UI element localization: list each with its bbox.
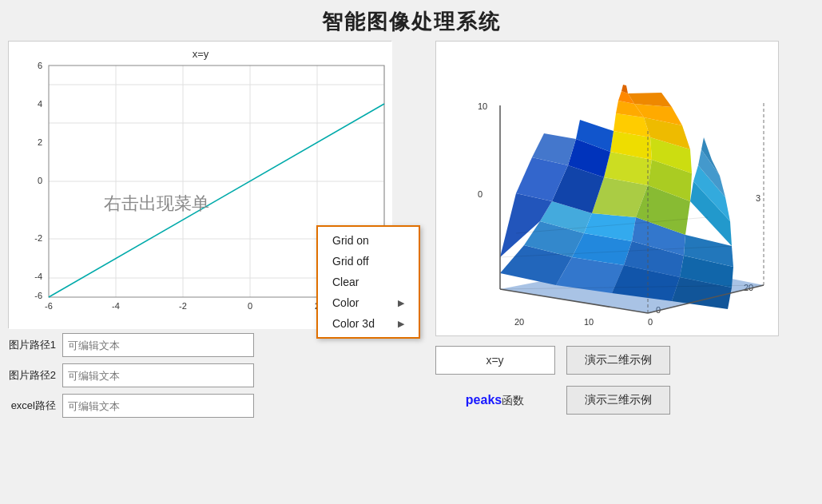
svg-text:10: 10 bbox=[584, 317, 594, 327]
menu-item-grid-on[interactable]: Grid on bbox=[318, 230, 419, 251]
field-input-2[interactable] bbox=[62, 363, 254, 387]
demo-row-2d: 演示二维示例 bbox=[435, 346, 779, 375]
field-row-2: 图片路径2 bbox=[8, 363, 391, 387]
color-3d-arrow-icon: ▶ bbox=[398, 319, 404, 329]
left-panel: -6 -4 -2 0 2 4 6 4 2 0 -2 -4 -6 x=y bbox=[8, 41, 391, 418]
right-panel: 10 0 20 10 0 3 0 10 20 bbox=[399, 41, 814, 418]
demo-2d-button[interactable]: 演示二维示例 bbox=[566, 346, 670, 375]
app-title: 智能图像处理系统 bbox=[0, 0, 822, 41]
menu-item-color-label: Color bbox=[332, 296, 359, 309]
menu-item-grid-off[interactable]: Grid off bbox=[318, 251, 419, 272]
svg-text:-6: -6 bbox=[45, 301, 53, 311]
svg-text:10: 10 bbox=[478, 101, 487, 111]
fields-area: 图片路径1 图片路径2 excel路径 bbox=[8, 333, 391, 418]
app-container: 智能图像处理系统 bbox=[0, 0, 822, 418]
svg-text:-4: -4 bbox=[34, 272, 42, 281]
svg-text:-6: -6 bbox=[34, 291, 42, 300]
menu-item-clear[interactable]: Clear bbox=[318, 272, 419, 292]
menu-item-color-3d-label: Color 3d bbox=[332, 317, 375, 330]
field-input-3[interactable] bbox=[62, 394, 254, 418]
menu-item-color-3d[interactable]: Color 3d ▶ bbox=[318, 313, 419, 334]
svg-text:20: 20 bbox=[514, 317, 524, 327]
svg-text:0: 0 bbox=[38, 176, 42, 185]
demo-row-3d: peaks函数 演示三维示例 bbox=[435, 386, 779, 415]
svg-text:4: 4 bbox=[38, 99, 42, 109]
field-row-3: excel路径 bbox=[8, 394, 391, 418]
svg-text:3: 3 bbox=[756, 193, 760, 203]
context-menu[interactable]: Grid on Grid off Clear Color ▶ Color 3d bbox=[316, 225, 420, 339]
menu-item-grid-off-label: Grid off bbox=[332, 255, 369, 268]
peaks-fn-text: 函数 bbox=[502, 394, 524, 407]
svg-text:0: 0 bbox=[648, 317, 653, 327]
peaks-label: peaks函数 bbox=[435, 393, 555, 408]
plot-2d-container[interactable]: -6 -4 -2 0 2 4 6 4 2 0 -2 -4 -6 x=y bbox=[8, 41, 391, 328]
color-arrow-icon: ▶ bbox=[398, 298, 404, 308]
peaks-text: peaks bbox=[466, 393, 502, 407]
svg-text:右击出现菜单: 右击出现菜单 bbox=[104, 193, 209, 213]
main-content: -6 -4 -2 0 2 4 6 4 2 0 -2 -4 -6 x=y bbox=[0, 41, 822, 418]
field-label-1: 图片路径1 bbox=[8, 338, 56, 352]
menu-item-color[interactable]: Color ▶ bbox=[318, 292, 419, 313]
plot-3d-container: 10 0 20 10 0 3 0 10 20 bbox=[435, 41, 779, 336]
svg-text:x=y: x=y bbox=[193, 48, 209, 60]
plot-3d-svg: 10 0 20 10 0 3 0 10 20 bbox=[436, 42, 779, 336]
formula-input-2d[interactable] bbox=[435, 346, 555, 375]
svg-text:0: 0 bbox=[248, 301, 252, 311]
field-label-3: excel路径 bbox=[8, 399, 56, 413]
svg-text:-4: -4 bbox=[112, 301, 120, 311]
svg-text:-2: -2 bbox=[34, 233, 42, 243]
svg-text:-2: -2 bbox=[179, 301, 187, 311]
field-input-1[interactable] bbox=[62, 333, 254, 357]
svg-text:6: 6 bbox=[38, 61, 42, 70]
svg-text:2: 2 bbox=[38, 137, 42, 147]
demo-buttons-area: 演示二维示例 peaks函数 演示三维示例 bbox=[435, 346, 779, 415]
menu-item-clear-label: Clear bbox=[332, 276, 359, 288]
svg-text:0: 0 bbox=[478, 189, 482, 199]
demo-3d-button[interactable]: 演示三维示例 bbox=[566, 386, 670, 415]
field-label-2: 图片路径2 bbox=[8, 368, 56, 383]
menu-item-grid-on-label: Grid on bbox=[332, 234, 369, 247]
